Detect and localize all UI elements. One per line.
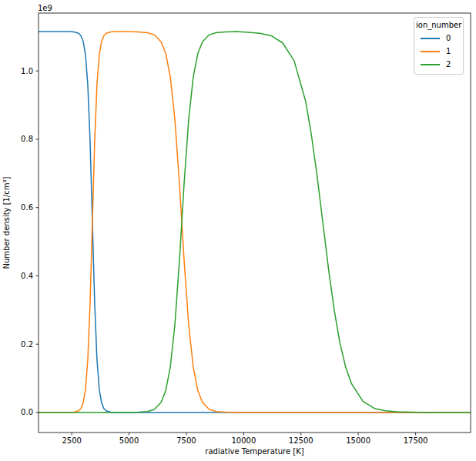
y-tick-label: 0.8 <box>21 135 33 143</box>
legend-item-label: 1 <box>446 46 451 56</box>
legend-item-label: 0 <box>446 33 451 43</box>
chart-canvas: 250050007500100001250015000175000.00.20.… <box>0 0 476 461</box>
x-tick-label: 7500 <box>176 436 196 445</box>
legend-title: ion_number <box>416 20 461 30</box>
y-axis-label: Number density [1/cm³] <box>2 176 11 269</box>
legend-line-swatch-0 <box>421 38 440 39</box>
x-tick-label: 15000 <box>346 436 370 445</box>
legend-line-swatch-2 <box>421 64 440 65</box>
x-tick-label: 2500 <box>62 436 81 445</box>
y-tick-label: 0.4 <box>21 272 33 280</box>
y-tick-label: 0.6 <box>21 203 33 212</box>
y-tick-label: 0.0 <box>21 408 33 416</box>
legend: ion_number 0 1 2 <box>414 17 464 75</box>
y-tick-label: 0.2 <box>21 340 33 349</box>
legend-item-label: 2 <box>446 59 451 69</box>
series-line-2 <box>39 32 471 413</box>
legend-item: 0 <box>416 32 461 45</box>
legend-line-swatch-1 <box>421 51 440 52</box>
legend-item: 1 <box>416 45 461 58</box>
x-tick-label: 17500 <box>404 436 428 445</box>
x-tick-label: 12500 <box>289 436 313 445</box>
x-tick-label: 5000 <box>119 436 139 445</box>
series-line-1 <box>39 32 471 413</box>
axes-spines <box>39 13 471 433</box>
x-axis-label: radiative Temperature [K] <box>205 447 303 456</box>
y-tick-label: 1.0 <box>21 67 33 75</box>
legend-item: 2 <box>416 58 461 71</box>
y-axis-offset-label: 1e9 <box>38 4 52 12</box>
series-line-0 <box>39 32 471 413</box>
figure: 250050007500100001250015000175000.00.20.… <box>0 0 476 461</box>
x-tick-label: 10000 <box>231 436 256 445</box>
